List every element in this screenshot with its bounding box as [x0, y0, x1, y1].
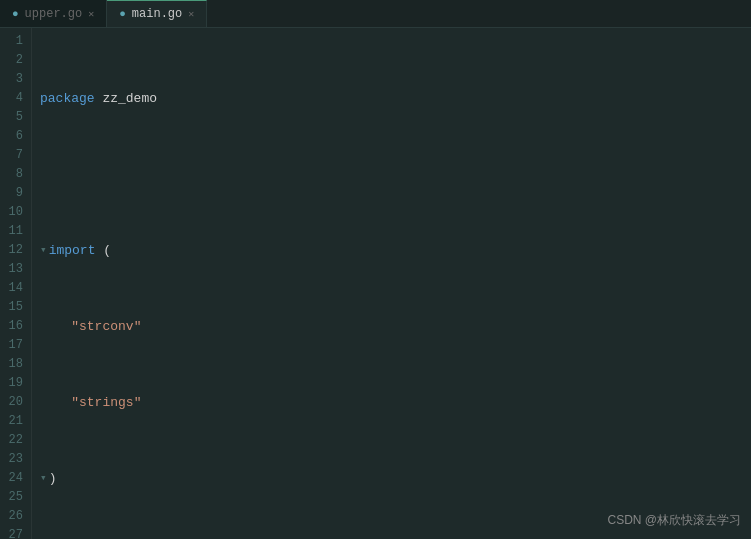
code-content[interactable]: package zz_demo ▾import ( "strconv" "str… — [32, 28, 751, 539]
line-num-4: 4 — [4, 89, 23, 108]
line-num-22: 22 — [4, 431, 23, 450]
code-line-1: package zz_demo — [40, 89, 751, 108]
line-num-26: 26 — [4, 507, 23, 526]
tab-close-upper[interactable]: ✕ — [88, 8, 94, 20]
line-num-15: 15 — [4, 298, 23, 317]
watermark: CSDN @林欣快滚去学习 — [607, 512, 741, 529]
go-file-icon: ● — [12, 8, 19, 20]
code-line-4: "strconv" — [40, 317, 751, 336]
fold-marker-3[interactable]: ▾ — [40, 241, 47, 260]
line-num-1: 1 — [4, 32, 23, 51]
editor: 1 2 3 4 5 6 7 8 9 10 11 12 13 14 15 16 1… — [0, 28, 751, 539]
line-num-11: 11 — [4, 222, 23, 241]
tab-label: upper.go — [25, 7, 83, 21]
tab-upper-go[interactable]: ● upper.go ✕ — [0, 0, 107, 27]
str-strconv: "strconv" — [71, 317, 141, 336]
line-num-13: 13 — [4, 260, 23, 279]
kw-import: import — [49, 241, 96, 260]
line-num-3: 3 — [4, 70, 23, 89]
fold-marker-6[interactable]: ▾ — [40, 469, 47, 488]
tab-bar: ● upper.go ✕ ● main.go ✕ — [0, 0, 751, 28]
line-num-19: 19 — [4, 374, 23, 393]
line-num-27: 27 — [4, 526, 23, 539]
line-num-23: 23 — [4, 450, 23, 469]
code-line-6: ▾) — [40, 469, 751, 488]
line-num-7: 7 — [4, 146, 23, 165]
line-num-16: 16 — [4, 317, 23, 336]
line-num-5: 5 — [4, 108, 23, 127]
kw-package: package — [40, 89, 95, 108]
line-num-14: 14 — [4, 279, 23, 298]
tab-close-main[interactable]: ✕ — [188, 8, 194, 20]
code-line-3: ▾import ( — [40, 241, 751, 260]
line-num-12: 12 — [4, 241, 23, 260]
tab-main-go[interactable]: ● main.go ✕ — [107, 0, 207, 27]
tab-label: main.go — [132, 7, 182, 21]
line-num-17: 17 — [4, 336, 23, 355]
str-strings: "strings" — [71, 393, 141, 412]
line-numbers: 1 2 3 4 5 6 7 8 9 10 11 12 13 14 15 16 1… — [0, 28, 32, 539]
code-line-5: "strings" — [40, 393, 751, 412]
line-num-24: 24 — [4, 469, 23, 488]
line-num-18: 18 — [4, 355, 23, 374]
line-num-25: 25 — [4, 488, 23, 507]
code-line-2 — [40, 165, 751, 184]
line-num-20: 20 — [4, 393, 23, 412]
line-num-8: 8 — [4, 165, 23, 184]
line-num-21: 21 — [4, 412, 23, 431]
go-file-icon: ● — [119, 8, 126, 20]
line-num-9: 9 — [4, 184, 23, 203]
line-num-6: 6 — [4, 127, 23, 146]
line-num-10: 10 — [4, 203, 23, 222]
line-num-2: 2 — [4, 51, 23, 70]
